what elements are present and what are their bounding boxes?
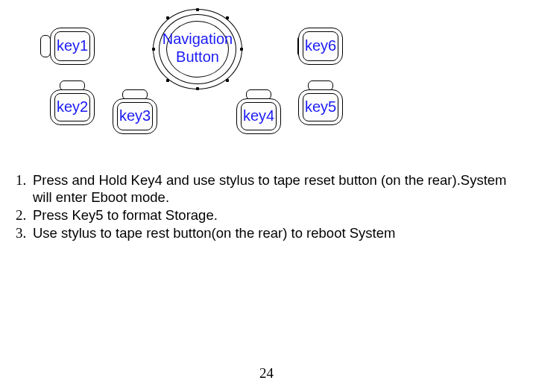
diagram-key1-label: key1 [50, 37, 95, 54]
diagram-key5-label: key5 [298, 98, 343, 116]
diagram-navigation-label: Navigation Button [153, 30, 242, 66]
instruction-list: Press and Hold Key4 and use stylus to ta… [9, 171, 523, 241]
diagram-key4-label: key4 [236, 107, 281, 124]
page-canvas: key1 key6 Navigatio [0, 0, 533, 392]
page-number: 24 [0, 365, 533, 382]
instruction-item-3: Use stylus to tape rest button(on the re… [30, 224, 523, 241]
nav-label-line2: Button [176, 48, 219, 65]
instruction-item-1: Press and Hold Key4 and use stylus to ta… [30, 171, 523, 206]
instruction-block: Press and Hold Key4 and use stylus to ta… [9, 171, 523, 242]
keypad-diagram: key1 key6 Navigatio [34, 9, 384, 139]
diagram-key2-label: key2 [50, 98, 95, 116]
nav-label-line1: Navigation [163, 31, 233, 47]
diagram-key6-label: key6 [298, 37, 343, 54]
instruction-item-2: Press Key5 to format Storage. [30, 206, 523, 224]
diagram-key3-label: key3 [113, 107, 157, 124]
